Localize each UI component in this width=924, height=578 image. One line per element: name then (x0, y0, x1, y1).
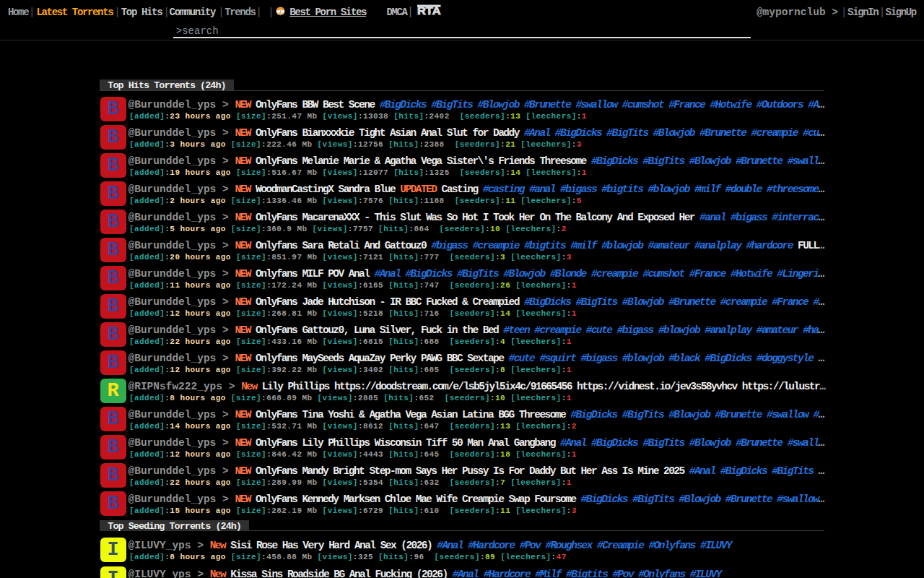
svg-text:RTA: RTA (417, 5, 441, 15)
